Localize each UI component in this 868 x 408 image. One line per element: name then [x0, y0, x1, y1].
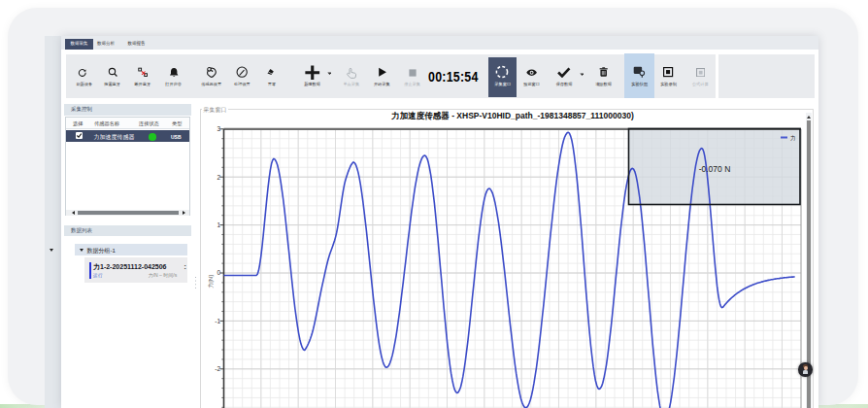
- svg-text:2: 2: [217, 174, 220, 181]
- svg-text:力: 力: [790, 135, 796, 141]
- svg-text:力加速度传感器 - XHSP-V10HID_path_-19: 力加速度传感器 - XHSP-V10HID_path_-1981348857_1…: [390, 111, 634, 120]
- svg-text:0: 0: [217, 269, 220, 276]
- svg-text:1: 1: [217, 221, 220, 228]
- svg-text:-2: -2: [215, 365, 220, 372]
- svg-text:-0.070 N: -0.070 N: [699, 164, 731, 174]
- svg-text:-1: -1: [215, 318, 220, 324]
- svg-text:力[N]: 力[N]: [208, 275, 214, 289]
- svg-text:3: 3: [217, 125, 220, 132]
